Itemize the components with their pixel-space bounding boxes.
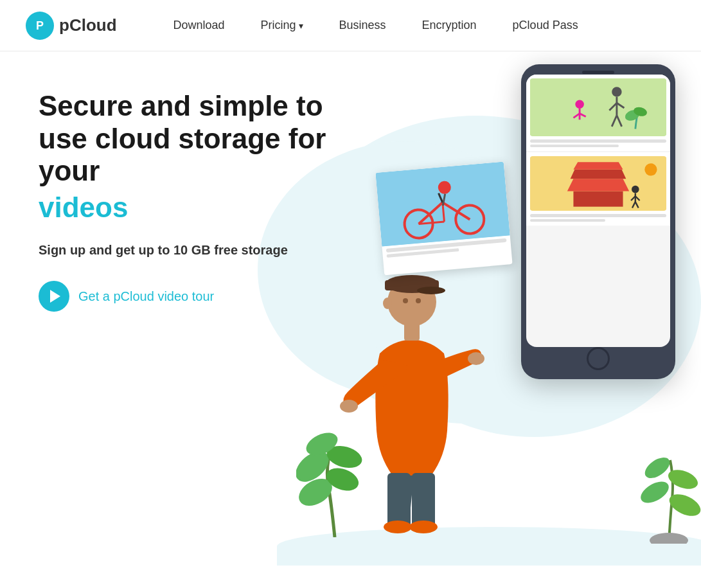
nav-encryption[interactable]: Encryption xyxy=(404,19,495,32)
hero-subtext: Sign up and get up to 10 GB free storage xyxy=(39,243,373,258)
svg-point-57 xyxy=(409,521,438,533)
svg-point-8 xyxy=(637,477,673,508)
svg-rect-36 xyxy=(573,192,623,207)
svg-point-53 xyxy=(468,352,484,365)
svg-marker-38 xyxy=(571,170,626,179)
phone xyxy=(521,64,675,379)
photo-inner xyxy=(375,162,510,247)
phone-home-button xyxy=(587,347,610,370)
phone-screen xyxy=(526,75,670,347)
svg-marker-39 xyxy=(573,162,623,170)
svg-point-41 xyxy=(632,186,639,193)
logo-link[interactable]: P pCloud xyxy=(26,12,117,40)
svg-point-23 xyxy=(612,87,621,96)
logo-text: pCloud xyxy=(59,15,117,35)
video-tour-link[interactable]: Get a pCloud video tour xyxy=(39,281,373,312)
header: P pCloud Download Pricing Business Encry… xyxy=(0,0,701,51)
svg-rect-51 xyxy=(404,323,420,341)
phone-notch xyxy=(582,71,614,74)
svg-rect-22 xyxy=(530,80,666,136)
main-nav: Download Pricing Business Encryption pCl… xyxy=(155,19,596,32)
main-content: Secure and simple to use cloud storage f… xyxy=(0,51,701,588)
nav-pricing[interactable]: Pricing xyxy=(243,19,321,32)
svg-point-58 xyxy=(403,298,408,303)
svg-point-52 xyxy=(340,400,358,413)
svg-point-59 xyxy=(416,298,421,303)
hero-headline: Secure and simple to use cloud storage f… xyxy=(39,90,373,188)
svg-point-60 xyxy=(383,298,392,309)
svg-text:P: P xyxy=(36,19,44,32)
svg-point-40 xyxy=(644,163,657,175)
hero-text-block: Secure and simple to use cloud storage f… xyxy=(39,90,373,312)
play-button-icon[interactable] xyxy=(39,281,69,312)
photo-card xyxy=(375,162,512,276)
video-tour-label: Get a pCloud video tour xyxy=(78,289,214,304)
svg-point-56 xyxy=(384,521,412,533)
svg-point-10 xyxy=(641,454,673,483)
plant-right xyxy=(637,428,701,546)
svg-point-50 xyxy=(417,287,445,294)
svg-marker-37 xyxy=(567,179,629,191)
nav-business[interactable]: Business xyxy=(321,19,404,32)
pcloud-logo-icon: P xyxy=(26,12,54,40)
svg-point-11 xyxy=(650,533,688,544)
svg-point-29 xyxy=(575,100,583,108)
nav-pcloud-pass[interactable]: pCloud Pass xyxy=(495,19,596,32)
person-figure xyxy=(328,251,495,533)
nav-download[interactable]: Download xyxy=(155,19,243,32)
hero-headline-accent: videos xyxy=(39,192,373,224)
